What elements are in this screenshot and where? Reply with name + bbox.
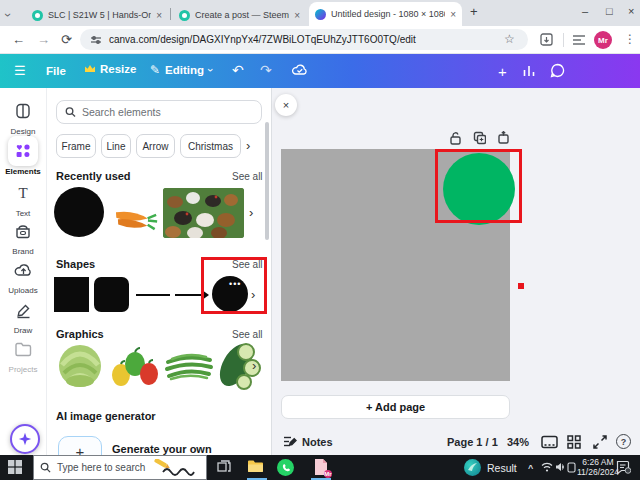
tab-close-icon[interactable]: × bbox=[294, 10, 300, 21]
sidebar-item-brand[interactable]: Brand bbox=[0, 216, 46, 256]
browser-tab-1[interactable]: SLC | S21W 5 | Hands-On Practi × bbox=[26, 4, 168, 26]
site-info-icon[interactable] bbox=[90, 34, 102, 46]
elements-icon bbox=[8, 136, 38, 166]
tab-close-icon[interactable]: × bbox=[156, 10, 162, 21]
tab-divider bbox=[170, 8, 171, 20]
thumb-options-dots-icon[interactable]: ••• bbox=[229, 279, 241, 289]
file-explorer-icon[interactable] bbox=[247, 459, 264, 474]
shape-circle-thumb[interactable]: ••• bbox=[212, 276, 248, 312]
sidebar-item-projects[interactable]: Projects bbox=[0, 334, 46, 374]
add-page-button[interactable]: + Add page bbox=[281, 395, 510, 419]
resize-button[interactable]: Resize bbox=[84, 63, 136, 75]
shapes-heading: Shapes bbox=[56, 258, 95, 270]
steemit-favicon bbox=[32, 10, 43, 21]
add-page-above-icon[interactable] bbox=[497, 131, 510, 145]
shape-arrow-thumb[interactable] bbox=[175, 294, 203, 296]
tab-title: Untitled design - 1080 × 1080p bbox=[331, 9, 445, 19]
crown-icon bbox=[84, 64, 96, 74]
canva-assistant-button[interactable] bbox=[10, 424, 40, 454]
chip-line[interactable]: Line bbox=[101, 134, 131, 158]
graphic-peppers-thumb[interactable] bbox=[110, 346, 160, 388]
shape-square-thumb[interactable] bbox=[54, 277, 89, 312]
bookmark-star-icon[interactable]: ☆ bbox=[504, 32, 515, 46]
chip-arrow[interactable]: Arrow bbox=[136, 134, 175, 158]
tab-close-icon[interactable]: × bbox=[450, 9, 456, 20]
green-circle-element[interactable] bbox=[443, 153, 515, 225]
lock-icon[interactable] bbox=[449, 131, 462, 145]
taskbar-clock[interactable]: 6:26 AM 11/26/2024 bbox=[577, 457, 619, 477]
shapes-scroll-chevron-icon[interactable]: › bbox=[251, 287, 255, 302]
undo-icon[interactable]: ↶ bbox=[232, 62, 244, 78]
whatsapp-icon[interactable] bbox=[277, 459, 294, 476]
recent-carrots-thumb[interactable] bbox=[108, 194, 160, 236]
duplicate-icon[interactable] bbox=[473, 131, 486, 145]
notes-button[interactable]: Notes bbox=[283, 435, 333, 448]
sidebar-item-design[interactable]: Design bbox=[0, 96, 46, 136]
task-view-icon[interactable] bbox=[217, 460, 231, 474]
recent-scroll-chevron-icon[interactable]: › bbox=[249, 205, 253, 220]
start-button[interactable] bbox=[8, 460, 22, 474]
reading-list-icon[interactable] bbox=[572, 34, 586, 46]
recent-chickens-photo-thumb[interactable] bbox=[163, 188, 244, 238]
graphics-see-all[interactable]: See all bbox=[232, 329, 263, 340]
reload-icon[interactable]: ⟳ bbox=[61, 32, 72, 47]
address-bar[interactable]: canva.com/design/DAGXIYnpYx4/7ZWBiLOTqEU… bbox=[80, 29, 528, 50]
chips-scroll-chevron-icon[interactable]: › bbox=[246, 138, 250, 153]
editing-mode-dropdown[interactable]: ✎ Editing › bbox=[150, 63, 213, 77]
shape-line-thumb[interactable] bbox=[136, 294, 170, 296]
ai-generator-heading: AI image generator bbox=[56, 410, 156, 422]
news-widget-label[interactable]: Result bbox=[487, 462, 517, 474]
window-minimize-button[interactable]: – bbox=[582, 5, 588, 17]
graphics-scroll-chevron-icon[interactable]: › bbox=[252, 358, 256, 373]
wifi-icon[interactable] bbox=[541, 462, 553, 472]
menu-icon[interactable]: ☰ bbox=[14, 63, 26, 78]
tab-search-icon[interactable]: › bbox=[6, 5, 10, 23]
app-icon-mr-profile[interactable]: Mr bbox=[313, 458, 329, 476]
window-close-button[interactable]: × bbox=[628, 5, 634, 17]
window-maximize-button[interactable]: □ bbox=[606, 5, 613, 17]
chip-christmas[interactable]: Christmas bbox=[180, 134, 241, 158]
your-phone-icon[interactable] bbox=[567, 462, 576, 473]
add-member-button[interactable]: + bbox=[498, 63, 507, 80]
graphic-green-beans-thumb[interactable] bbox=[164, 350, 214, 382]
browser-menu-kebab-icon[interactable]: ⋮ bbox=[624, 32, 636, 46]
sidebar-item-draw[interactable]: Draw bbox=[0, 295, 46, 335]
fullscreen-expand-icon[interactable] bbox=[593, 435, 607, 449]
windows-taskbar: Type here to search Mr Result ^ 6:26 AM … bbox=[0, 455, 640, 480]
taskbar-search-box[interactable]: Type here to search bbox=[33, 455, 207, 480]
graphic-cabbage-thumb[interactable] bbox=[54, 341, 106, 389]
sidebar-item-text[interactable]: T Text bbox=[0, 178, 46, 218]
forward-icon[interactable]: → bbox=[37, 32, 50, 47]
file-menu-button[interactable]: File bbox=[46, 65, 66, 77]
panel-close-button[interactable]: × bbox=[275, 94, 297, 116]
browser-profile-avatar[interactable]: Mr bbox=[594, 31, 612, 49]
shape-rounded-square-thumb[interactable] bbox=[94, 277, 129, 312]
presentation-view-icon[interactable] bbox=[541, 435, 558, 449]
shapes-see-all[interactable]: See all bbox=[232, 259, 263, 270]
chip-frame[interactable]: Frame bbox=[56, 134, 96, 158]
sidebar-item-elements[interactable]: Elements bbox=[0, 136, 46, 176]
zoom-level[interactable]: 34% bbox=[507, 436, 529, 448]
toolbar-divider bbox=[563, 33, 564, 47]
news-widget-icon[interactable] bbox=[464, 459, 481, 476]
insights-chart-icon[interactable] bbox=[522, 64, 536, 77]
notification-center-icon[interactable] bbox=[616, 460, 631, 474]
panel-scrollbar[interactable] bbox=[265, 122, 269, 240]
tray-expand-chevron-icon[interactable]: ^ bbox=[528, 463, 533, 473]
steemit-favicon bbox=[179, 10, 190, 21]
search-input[interactable] bbox=[82, 106, 253, 118]
new-tab-button[interactable]: + bbox=[470, 4, 478, 19]
recently-used-see-all[interactable]: See all bbox=[232, 171, 263, 182]
side-panel-icon[interactable] bbox=[540, 33, 553, 46]
redo-icon[interactable]: ↷ bbox=[260, 62, 272, 78]
grid-view-icon[interactable] bbox=[567, 435, 581, 449]
help-button[interactable]: ? bbox=[616, 434, 631, 449]
browser-tab-active[interactable]: Untitled design - 1080 × 1080p × bbox=[309, 2, 462, 26]
comment-bubble-icon[interactable] bbox=[550, 63, 565, 78]
recent-black-circle-thumb[interactable] bbox=[54, 187, 104, 237]
browser-tab-2[interactable]: Create a post — Steemit × bbox=[173, 4, 306, 26]
volume-icon[interactable] bbox=[555, 462, 566, 472]
back-icon[interactable]: ← bbox=[12, 32, 25, 47]
search-elements-box[interactable] bbox=[56, 100, 262, 124]
sidebar-item-uploads[interactable]: Uploads bbox=[0, 255, 46, 295]
